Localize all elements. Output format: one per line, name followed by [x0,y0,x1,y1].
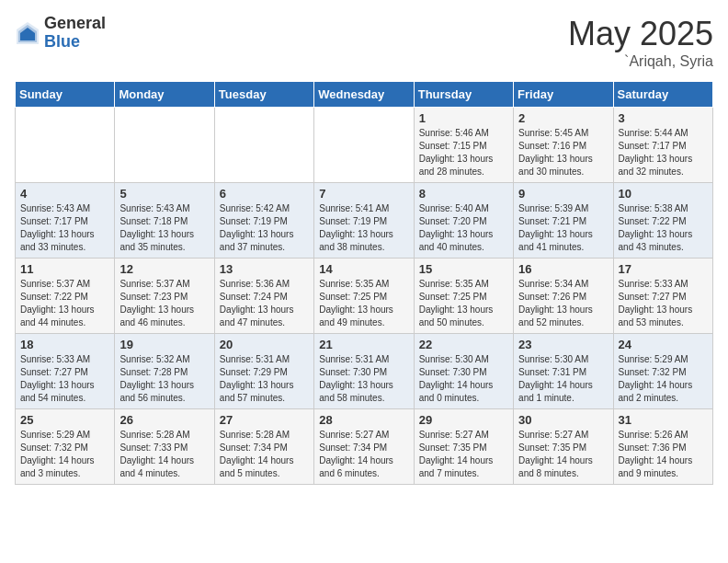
day-number: 20 [220,338,309,351]
day-info: Sunrise: 5:35 AM Sunset: 7:25 PM Dayligh… [419,278,508,329]
header-tuesday: Tuesday [214,82,313,108]
day-info: Sunrise: 5:43 AM Sunset: 7:18 PM Dayligh… [119,202,209,254]
day-number: 12 [119,262,209,276]
calendar-cell [16,108,115,183]
calendar-cell: 21Sunrise: 5:31 AM Sunset: 7:30 PM Dayli… [314,334,414,409]
day-number: 16 [518,262,608,276]
day-number: 21 [319,338,408,351]
day-info: Sunrise: 5:27 AM Sunset: 7:34 PM Dayligh… [319,429,408,480]
day-number: 17 [619,262,708,276]
logo: General Blue [15,15,106,52]
day-number: 31 [619,413,708,427]
day-number: 4 [20,187,109,201]
calendar-week-5: 25Sunrise: 5:29 AM Sunset: 7:32 PM Dayli… [16,409,713,485]
day-info: Sunrise: 5:40 AM Sunset: 7:20 PM Dayligh… [419,202,508,254]
calendar-cell: 28Sunrise: 5:27 AM Sunset: 7:34 PM Dayli… [314,409,414,485]
calendar-cell: 25Sunrise: 5:29 AM Sunset: 7:32 PM Dayli… [16,409,115,485]
day-number: 18 [20,338,109,351]
day-info: Sunrise: 5:27 AM Sunset: 7:35 PM Dayligh… [419,429,508,480]
day-number: 9 [518,187,608,201]
calendar-cell [214,108,313,183]
calendar-week-1: 1Sunrise: 5:46 AM Sunset: 7:15 PM Daylig… [16,108,713,183]
day-info: Sunrise: 5:41 AM Sunset: 7:19 PM Dayligh… [319,202,408,254]
calendar-cell: 29Sunrise: 5:27 AM Sunset: 7:35 PM Dayli… [414,409,513,485]
title-block: May 2025 `Ariqah, Syria [568,15,713,70]
calendar-cell [115,108,214,183]
day-info: Sunrise: 5:43 AM Sunset: 7:17 PM Dayligh… [20,202,109,254]
day-number: 7 [319,187,408,201]
calendar-cell: 1Sunrise: 5:46 AM Sunset: 7:15 PM Daylig… [414,108,513,183]
header-thursday: Thursday [414,82,513,108]
day-info: Sunrise: 5:37 AM Sunset: 7:23 PM Dayligh… [119,278,209,329]
calendar-cell: 7Sunrise: 5:41 AM Sunset: 7:19 PM Daylig… [314,183,414,259]
day-info: Sunrise: 5:34 AM Sunset: 7:26 PM Dayligh… [518,278,608,329]
calendar-week-2: 4Sunrise: 5:43 AM Sunset: 7:17 PM Daylig… [16,183,713,259]
calendar-cell: 10Sunrise: 5:38 AM Sunset: 7:22 PM Dayli… [613,183,712,259]
calendar-week-3: 11Sunrise: 5:37 AM Sunset: 7:22 PM Dayli… [16,259,713,334]
day-number: 22 [419,338,508,351]
day-info: Sunrise: 5:28 AM Sunset: 7:33 PM Dayligh… [119,429,209,480]
calendar-cell: 11Sunrise: 5:37 AM Sunset: 7:22 PM Dayli… [16,259,115,334]
day-info: Sunrise: 5:33 AM Sunset: 7:27 PM Dayligh… [20,353,109,405]
calendar-cell: 6Sunrise: 5:42 AM Sunset: 7:19 PM Daylig… [214,183,313,259]
calendar-cell: 18Sunrise: 5:33 AM Sunset: 7:27 PM Dayli… [16,334,115,409]
day-info: Sunrise: 5:35 AM Sunset: 7:25 PM Dayligh… [319,278,408,329]
day-number: 3 [619,111,708,125]
logo-text: General Blue [44,15,106,52]
header-wednesday: Wednesday [314,82,414,108]
day-number: 29 [419,413,508,427]
day-number: 11 [20,262,109,276]
calendar-cell: 16Sunrise: 5:34 AM Sunset: 7:26 PM Dayli… [514,259,613,334]
day-number: 27 [220,413,309,427]
calendar-cell: 20Sunrise: 5:31 AM Sunset: 7:29 PM Dayli… [214,334,313,409]
calendar-cell: 8Sunrise: 5:40 AM Sunset: 7:20 PM Daylig… [414,183,513,259]
day-info: Sunrise: 5:26 AM Sunset: 7:36 PM Dayligh… [619,429,708,480]
header-friday: Friday [514,82,613,108]
calendar-week-4: 18Sunrise: 5:33 AM Sunset: 7:27 PM Dayli… [16,334,713,409]
day-number: 13 [220,262,309,276]
day-number: 14 [319,262,408,276]
calendar-body: 1Sunrise: 5:46 AM Sunset: 7:15 PM Daylig… [16,108,713,485]
day-info: Sunrise: 5:33 AM Sunset: 7:27 PM Dayligh… [619,278,708,329]
calendar-cell: 19Sunrise: 5:32 AM Sunset: 7:28 PM Dayli… [115,334,214,409]
calendar-cell: 14Sunrise: 5:35 AM Sunset: 7:25 PM Dayli… [314,259,414,334]
calendar-subtitle: `Ariqah, Syria [568,53,713,70]
day-number: 26 [119,413,209,427]
day-info: Sunrise: 5:42 AM Sunset: 7:19 PM Dayligh… [220,202,309,254]
day-number: 2 [518,111,608,125]
day-info: Sunrise: 5:30 AM Sunset: 7:30 PM Dayligh… [419,353,508,405]
header-saturday: Saturday [613,82,712,108]
day-number: 1 [419,111,508,125]
header-row: Sunday Monday Tuesday Wednesday Thursday… [16,82,713,108]
day-number: 6 [220,187,309,201]
calendar-cell: 17Sunrise: 5:33 AM Sunset: 7:27 PM Dayli… [613,259,712,334]
day-number: 10 [619,187,708,201]
day-number: 30 [518,413,608,427]
calendar-cell: 23Sunrise: 5:30 AM Sunset: 7:31 PM Dayli… [514,334,613,409]
day-info: Sunrise: 5:31 AM Sunset: 7:30 PM Dayligh… [319,353,408,405]
day-info: Sunrise: 5:45 AM Sunset: 7:16 PM Dayligh… [518,127,608,178]
calendar-cell: 31Sunrise: 5:26 AM Sunset: 7:36 PM Dayli… [613,409,712,485]
calendar-cell: 5Sunrise: 5:43 AM Sunset: 7:18 PM Daylig… [115,183,214,259]
header-sunday: Sunday [16,82,115,108]
calendar-title: May 2025 [568,15,713,53]
calendar-cell: 15Sunrise: 5:35 AM Sunset: 7:25 PM Dayli… [414,259,513,334]
header-monday: Monday [115,82,214,108]
calendar-cell: 9Sunrise: 5:39 AM Sunset: 7:21 PM Daylig… [514,183,613,259]
calendar-cell: 30Sunrise: 5:27 AM Sunset: 7:35 PM Dayli… [514,409,613,485]
page-header: General Blue May 2025 `Ariqah, Syria [15,15,713,70]
day-number: 23 [518,338,608,351]
day-number: 24 [619,338,708,351]
day-info: Sunrise: 5:39 AM Sunset: 7:21 PM Dayligh… [518,202,608,254]
logo-general-text: General [44,15,106,33]
calendar-table: Sunday Monday Tuesday Wednesday Thursday… [15,81,713,485]
day-number: 19 [119,338,209,351]
day-number: 15 [419,262,508,276]
day-info: Sunrise: 5:30 AM Sunset: 7:31 PM Dayligh… [518,353,608,405]
day-number: 25 [20,413,109,427]
calendar-cell: 26Sunrise: 5:28 AM Sunset: 7:33 PM Dayli… [115,409,214,485]
day-info: Sunrise: 5:27 AM Sunset: 7:35 PM Dayligh… [518,429,608,480]
day-number: 8 [419,187,508,201]
calendar-cell: 2Sunrise: 5:45 AM Sunset: 7:16 PM Daylig… [514,108,613,183]
logo-blue-text: Blue [44,33,106,52]
